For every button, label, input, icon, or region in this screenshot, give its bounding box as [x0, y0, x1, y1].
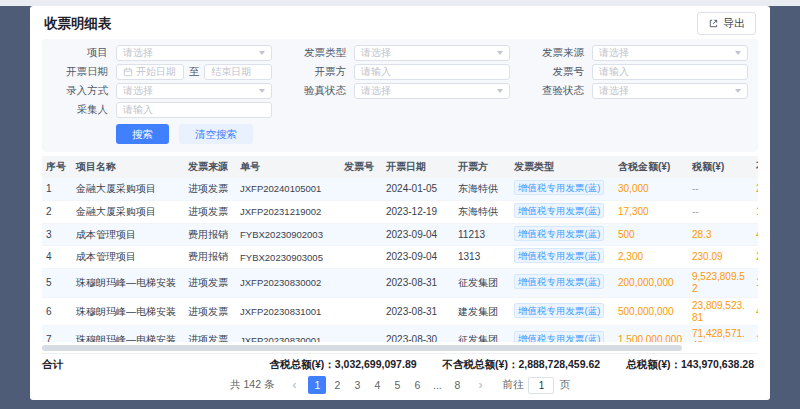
table-row: 7珠穆朗玛峰—电梯安装进项发票JXFP202308300012023-08-30… [42, 326, 758, 342]
total-value: 2,888,728,459.62 [518, 358, 600, 370]
page-button-4[interactable]: 4 [368, 376, 386, 394]
horizontal-scrollbar[interactable] [42, 345, 758, 351]
filter-label: 发票号 [528, 65, 584, 79]
cell-amount: 17,300 [614, 200, 688, 223]
chevron-down-icon [735, 51, 741, 55]
scrollbar-thumb[interactable] [42, 345, 682, 351]
check-status-select[interactable]: 请选择 [592, 83, 748, 99]
filter-field-invoice-source-select: 发票来源请选择 [528, 45, 748, 61]
page-button-1[interactable]: 1 [308, 376, 326, 394]
project-select[interactable]: 请选择 [116, 45, 272, 61]
invoice-type-tag: 增值税专用发票(蓝) [514, 180, 604, 195]
cell-tax: 9,523,809.52 [688, 269, 752, 298]
cell-no: 1 [42, 178, 72, 200]
clear-search-button[interactable]: 清空搜索 [179, 124, 253, 144]
cell-project: 成本管理项目 [72, 223, 184, 246]
cell-date: 2023-08-31 [382, 297, 454, 326]
cell-net: 29,126.21 [752, 178, 758, 200]
goto-page-input[interactable]: 1 [528, 377, 554, 394]
cell-date: 2024-01-05 [382, 178, 454, 200]
invoice-type-tag: 增值税专用发票(蓝) [514, 226, 604, 241]
pager-ellipsis[interactable]: ... [428, 376, 446, 394]
column-invoice_no: 发票号 [340, 156, 382, 178]
column-source: 发票来源 [184, 156, 236, 178]
page-button-8[interactable]: 8 [448, 376, 466, 394]
filter-label: 验真状态 [290, 84, 346, 98]
date-start-input[interactable]: 开始日期 [116, 64, 184, 80]
filter-label: 开票方 [290, 65, 346, 79]
cell-invoice_no [340, 223, 382, 246]
cell-order_no: JXFP20230830001 [236, 326, 340, 342]
cell-order_no: JXFP20240105001 [236, 178, 340, 200]
invoice-table: 序号项目名称发票来源单号发票号开票日期开票方发票类型含税金额(¥)税额(¥)不含… [42, 156, 758, 342]
date-end-input[interactable]: 结束日期 [204, 64, 272, 80]
page-button-6[interactable]: 6 [408, 376, 426, 394]
cell-no: 6 [42, 297, 72, 326]
invoice-type-tag: 增值税专用发票(蓝) [514, 303, 604, 318]
invoice-source-select[interactable]: 请选择 [592, 45, 748, 61]
cell-net: 476,190,476.19 [752, 297, 758, 326]
cell-tax: 23,809,523.81 [688, 297, 752, 326]
invoice-detail-card: 收票明细表 导出 项目请选择发票类型请选择发票来源请选择开票日期开始日期至结束日… [30, 6, 770, 400]
column-project: 项目名称 [72, 156, 184, 178]
cell-date: 2023-08-30 [382, 326, 454, 342]
filter-label: 查验状态 [528, 84, 584, 98]
filter-grid: 项目请选择发票类型请选择发票来源请选择开票日期开始日期至结束日期开票方请输入发票… [52, 45, 748, 118]
select-placeholder: 请选择 [361, 84, 493, 98]
total-value: 3,032,699,097.89 [335, 358, 417, 370]
table-row: 5珠穆朗玛峰—电梯安装进项发票JXFP202308300022023-08-31… [42, 269, 758, 298]
chevron-down-icon [259, 51, 265, 55]
prev-page-button[interactable]: ‹ [285, 376, 303, 394]
cell-invoice_no [340, 246, 382, 269]
total-item: 总税额(¥)：143,970,638.28 [626, 358, 754, 372]
column-order_no: 单号 [236, 156, 340, 178]
cell-tax: -- [688, 178, 752, 200]
page-button-3[interactable]: 3 [348, 376, 366, 394]
cell-amount: 30,000 [614, 178, 688, 200]
cell-project: 珠穆朗玛峰—电梯安装 [72, 297, 184, 326]
select-placeholder: 请选择 [599, 46, 731, 60]
collector-input[interactable]: 请输入 [116, 102, 272, 118]
pager: 123456...8 [308, 376, 466, 394]
export-icon [708, 18, 719, 29]
input-placeholder: 请输入 [599, 65, 741, 79]
column-tax: 税额(¥) [688, 156, 752, 178]
verify-status-select[interactable]: 请选择 [354, 83, 510, 99]
cell-invoice_no [340, 200, 382, 223]
cell-no: 4 [42, 246, 72, 269]
cell-type: 增值税专用发票(蓝) [510, 269, 614, 298]
invoice-type-select[interactable]: 请选择 [354, 45, 510, 61]
page-button-5[interactable]: 5 [388, 376, 406, 394]
cell-order_no: FYBX20230902003 [236, 223, 340, 246]
cell-source: 进项发票 [184, 200, 236, 223]
input-placeholder: 请输入 [123, 103, 265, 117]
cell-type: 增值税专用发票(蓝) [510, 326, 614, 342]
cell-type: 增值税专用发票(蓝) [510, 223, 614, 246]
filter-field-collector-input: 采集人请输入 [52, 102, 272, 118]
issuer-input[interactable]: 请输入 [354, 64, 510, 80]
cell-project: 金融大厦采购项目 [72, 178, 184, 200]
goto-prefix-label: 前往 [502, 378, 523, 392]
table-row: 2金融大厦采购项目进项发票JXFP202312190022023-12-19东海… [42, 200, 758, 223]
export-button[interactable]: 导出 [697, 12, 756, 35]
cell-type: 增值税专用发票(蓝) [510, 200, 614, 223]
cell-order_no: JXFP20230830002 [236, 269, 340, 298]
cell-project: 成本管理项目 [72, 246, 184, 269]
date-separator: 至 [189, 65, 200, 79]
search-button[interactable]: 搜索 [116, 124, 169, 144]
cell-order_no: JXFP20231219002 [236, 200, 340, 223]
cell-issuer: 11213 [454, 223, 510, 246]
filter-panel: 项目请选择发票类型请选择发票来源请选择开票日期开始日期至结束日期开票方请输入发票… [42, 39, 758, 152]
filter-actions: 搜索 清空搜索 [116, 124, 748, 144]
cell-issuer: 征发集团 [454, 269, 510, 298]
page-button-2[interactable]: 2 [328, 376, 346, 394]
cell-issuer: 东海特供 [454, 200, 510, 223]
select-placeholder: 请选择 [123, 46, 255, 60]
next-page-button[interactable]: › [471, 376, 489, 394]
cell-type: 增值税专用发票(蓝) [510, 178, 614, 200]
totals-bar: 合计 含税总额(¥)：3,032,699,097.89不含税总额(¥)：2,88… [42, 353, 758, 372]
entry-method-select[interactable]: 请选择 [116, 83, 272, 99]
select-placeholder: 请选择 [123, 84, 255, 98]
cell-amount: 2,300 [614, 246, 688, 269]
invoice-no-input[interactable]: 请输入 [592, 64, 748, 80]
